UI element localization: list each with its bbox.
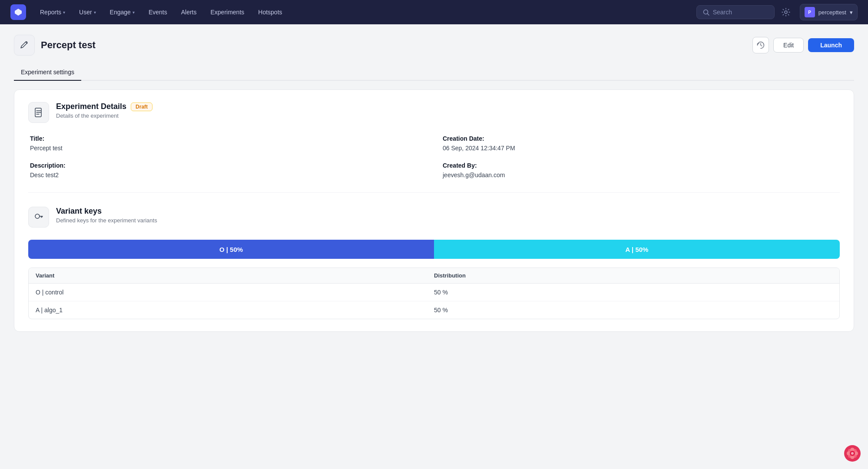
table-row: O | control 50 %: [29, 284, 839, 301]
created-by-value: jeevesh.g@udaan.com: [443, 172, 838, 178]
experiment-details-header: Experiment Details Draft Details of the …: [28, 102, 840, 123]
gear-icon: [782, 8, 790, 17]
distribution-col-header: Distribution: [434, 272, 832, 279]
nav-hotspots[interactable]: Hotspots: [253, 5, 287, 19]
description-value: Desc test2: [30, 172, 425, 178]
header-actions: Edit Launch: [752, 37, 854, 53]
variant-row-1-dist: 50 %: [434, 289, 832, 296]
user-menu[interactable]: P percepttest ▾: [800, 4, 858, 20]
table-row: A | algo_1 50 %: [29, 301, 839, 319]
logo[interactable]: [10, 4, 26, 20]
chevron-down-icon: ▾: [133, 10, 135, 15]
page-title-group: Percept test: [14, 35, 96, 56]
nav-alerts[interactable]: Alerts: [176, 5, 202, 19]
nav-engage[interactable]: Engage ▾: [105, 5, 140, 19]
nav-user[interactable]: User ▾: [74, 5, 101, 19]
variant-keys-text: Variant keys Defined keys for the experi…: [56, 207, 157, 224]
user-label: percepttest: [818, 9, 846, 16]
experiment-details-subtitle: Details of the experiment: [56, 112, 152, 119]
details-grid: Title: Percept test Creation Date: 06 Se…: [28, 135, 840, 178]
page-content: Percept test Edit Launch Experiment sett…: [0, 24, 868, 342]
title-label: Title:: [30, 135, 425, 142]
settings-button[interactable]: [778, 4, 794, 20]
nav-events[interactable]: Events: [143, 5, 172, 19]
chevron-down-icon: ▾: [63, 10, 65, 15]
nav-experiments[interactable]: Experiments: [205, 5, 249, 19]
experiment-details-title: Experiment Details Draft: [56, 102, 152, 111]
variant-keys-title: Variant keys: [56, 207, 157, 216]
search-box[interactable]: Search: [696, 5, 775, 19]
document-icon: [34, 108, 43, 117]
creation-date-field: Creation Date: 06 Sep, 2024 12:34:47 PM: [443, 135, 838, 152]
navbar: Reports ▾ User ▾ Engage ▾ Events Alerts …: [0, 0, 868, 24]
key-icon: [34, 212, 43, 222]
description-label: Description:: [30, 162, 425, 169]
chevron-down-icon: ▾: [94, 10, 96, 15]
creation-date-label: Creation Date:: [443, 135, 838, 142]
edit-button[interactable]: Edit: [773, 38, 804, 53]
variant-segment-control: O | 50%: [28, 240, 434, 259]
variant-keys-subtitle: Defined keys for the experiment variants: [56, 217, 157, 224]
created-by-label: Created By:: [443, 162, 838, 169]
description-field: Description: Desc test2: [30, 162, 425, 178]
variant-row-2-dist: 50 %: [434, 307, 832, 314]
svg-point-19: [851, 452, 854, 455]
details-icon-container: [28, 102, 49, 123]
main-card: Experiment Details Draft Details of the …: [14, 89, 854, 332]
page-title: Percept test: [41, 40, 96, 51]
variant-icon-container: [28, 207, 49, 228]
tabs: Experiment settings: [14, 64, 854, 81]
svg-point-2: [785, 11, 787, 13]
experiment-icon-container: [14, 35, 35, 56]
creation-date-value: 06 Sep, 2024 12:34:47 PM: [443, 145, 838, 152]
search-icon: [703, 9, 709, 16]
tab-experiment-settings[interactable]: Experiment settings: [14, 64, 81, 81]
created-by-field: Created By: jeevesh.g@udaan.com: [443, 162, 838, 178]
svg-line-1: [707, 13, 709, 15]
variant-segment-treatment: A | 50%: [434, 240, 840, 259]
history-icon: [757, 41, 765, 49]
variant-table: Variant Distribution O | control 50 % A …: [28, 268, 840, 319]
flower-icon[interactable]: [844, 445, 861, 462]
chevron-down-icon: ▾: [850, 9, 853, 16]
draft-badge: Draft: [131, 102, 152, 111]
pencil-icon: [20, 40, 29, 50]
avatar: P: [805, 7, 815, 17]
launch-button[interactable]: Launch: [808, 38, 854, 52]
variant-row-2-name: A | algo_1: [36, 307, 434, 314]
nav-reports[interactable]: Reports ▾: [35, 5, 70, 19]
svg-point-8: [35, 214, 40, 218]
history-button[interactable]: [752, 37, 769, 53]
title-value: Percept test: [30, 145, 425, 152]
experiment-details-text: Experiment Details Draft Details of the …: [56, 102, 152, 119]
title-field: Title: Percept test: [30, 135, 425, 152]
variant-row-1-name: O | control: [36, 289, 434, 296]
section-divider: [28, 192, 840, 193]
variant-col-header: Variant: [36, 272, 434, 279]
variant-keys-header: Variant keys Defined keys for the experi…: [28, 207, 840, 228]
variant-table-header: Variant Distribution: [29, 268, 839, 284]
variant-distribution-bar: O | 50% A | 50%: [28, 240, 840, 259]
page-header: Percept test Edit Launch: [14, 35, 854, 56]
search-placeholder: Search: [713, 9, 732, 16]
